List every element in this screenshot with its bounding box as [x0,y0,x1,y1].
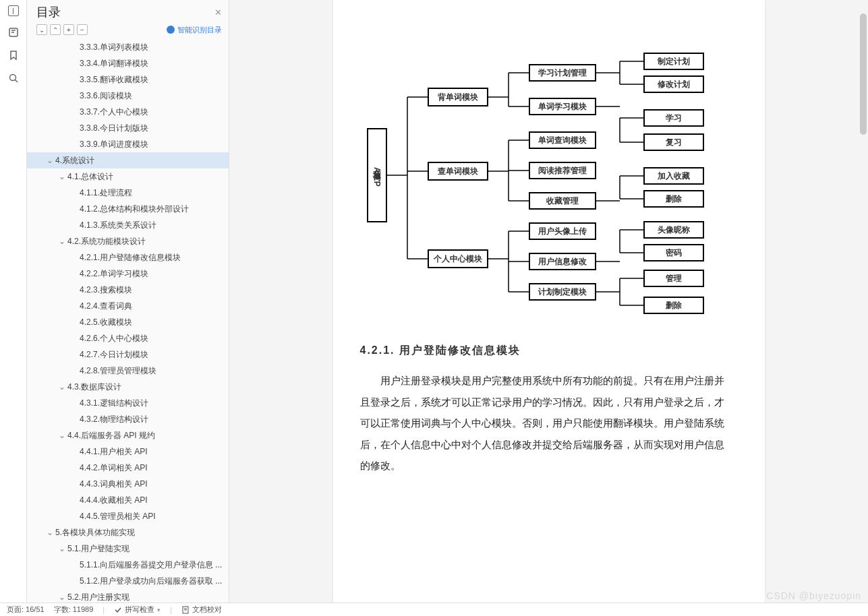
toc-item[interactable]: 3.3.4.单词翻译模块 [27,55,229,71]
toc-item[interactable]: 4.4.5.管理员相关 API [27,508,229,524]
chevron-down-icon[interactable]: ⌄ [46,526,54,538]
diagram-node: 密码 [643,244,704,261]
document-viewport[interactable]: 背单词APP背单词模块查单词模块个人中心模块学习计划管理单词学习模块单词查询模块… [229,0,868,603]
svg-point-1 [9,75,16,81]
collapse-all-btn[interactable]: ⌄ [36,24,47,35]
diagram-node: 删除 [643,297,704,314]
toc-label: 4.系统设计 [55,156,94,165]
toc-label: 3.3.9.单词进度模块 [80,140,148,149]
toc-item[interactable]: 3.3.6.阅读模块 [27,88,229,104]
toc-label: 4.4.5.管理员相关 API [80,512,156,521]
toc-item[interactable]: 4.3.2.物理结构设计 [27,411,229,427]
toc-item[interactable]: 4.1.2.总体结构和模块外部设计 [27,201,229,217]
toc-label: 4.1.3.系统类关系设计 [80,220,156,230]
scrollbar-track[interactable] [859,0,868,603]
toc-item[interactable]: 4.2.4.查看词典 [27,298,229,314]
toc-item[interactable]: 4.2.6.个人中心模块 [27,330,229,346]
toc-item[interactable]: 4.4.4.收藏相关 API [27,492,229,508]
toc-item[interactable]: ⌄4.4.后端服务器 API 规约 [27,427,229,443]
toc-item[interactable]: ⌄4.1.总体设计 [27,168,229,185]
icon-rail [0,0,27,603]
chevron-down-icon[interactable]: ⌄ [58,381,66,393]
toc-item[interactable]: 4.2.2.单词学习模块 [27,266,229,282]
toc-label: 5.2.用户注册实现 [67,592,129,602]
status-spellcheck[interactable]: 拼写检查 ▾ [114,605,161,615]
smart-recognition-link[interactable]: 智能识别目录 [167,25,222,35]
scrollbar-thumb[interactable] [860,13,867,135]
doc-icon [181,606,190,614]
toc-label: 5.1.1.向后端服务器提交用户登录信息 ... [80,560,222,569]
bookmark-icon[interactable] [7,49,20,62]
chevron-down-icon[interactable]: ⌄ [58,591,66,603]
diagram-node: 修改计划 [643,75,704,93]
remove-btn[interactable]: − [77,24,88,35]
toc-item[interactable]: 3.3.7.个人中心模块 [27,104,229,120]
toc-item[interactable]: 3.3.5.翻译收藏模块 [27,71,229,88]
toc-item[interactable]: ⌄4.2.系统功能模块设计 [27,233,229,249]
diagram-node: 用户头像上传 [529,222,596,240]
diagram-node: 背单词APP [367,128,387,222]
toc-item[interactable]: ⌄4.系统设计 [27,152,229,168]
toc-label: 5.1.2.用户登录成功向后端服务器获取 ... [80,576,222,586]
toc-item[interactable]: 4.3.1.逻辑结构设计 [27,395,229,411]
toc-item[interactable]: 4.4.1.用户相关 API [27,443,229,460]
toc-item[interactable]: ⌄5.2.用户注册实现 [27,589,229,603]
task-icon[interactable] [7,26,20,39]
toc-item[interactable]: 5.1.1.向后端服务器提交用户登录信息 ... [27,557,229,573]
watermark: CSDN @biyezuopin [766,590,861,601]
toc-item[interactable]: 4.4.3.词典相关 API [27,476,229,492]
toc-item[interactable]: 4.2.3.搜索模块 [27,282,229,298]
toc-item[interactable]: 4.1.3.系统类关系设计 [27,217,229,233]
status-wordcount[interactable]: 字数: 11989 [54,605,94,615]
toc-label: 4.3.1.逻辑结构设计 [80,398,148,408]
diagram-node: 学习计划管理 [529,64,596,82]
toc-item[interactable]: 4.2.5.收藏模块 [27,314,229,330]
diagram-node: 单词查询模块 [529,131,596,149]
svg-line-2 [15,80,18,83]
toc-item[interactable]: 3.3.8.今日计划版块 [27,120,229,136]
status-bar: 页面: 16/51 字数: 11989 | 拼写检查 ▾ | 文档校对 [0,603,868,616]
diagram-node: 删除 [643,190,704,208]
toc-item[interactable]: 3.3.3.单词列表模块 [27,39,229,55]
sidebar: 目录 ✕ ⌄ ⌃ + − 智能识别目录 3.3.3.单词列表模块3.3.4.单词… [27,0,229,603]
outline-icon[interactable] [8,5,19,16]
status-proofread[interactable]: 文档校对 [181,605,222,615]
toc-item[interactable]: 4.2.1.用户登陆修改信息模块 [27,249,229,266]
table-of-contents[interactable]: 3.3.3.单词列表模块3.3.4.单词翻译模块3.3.5.翻译收藏模块3.3.… [27,39,229,603]
check-icon [114,606,122,614]
toc-item[interactable]: 4.4.2.单词相关 API [27,460,229,476]
diagram-node: 阅读推荐管理 [529,162,596,179]
toc-item[interactable]: ⌄4.3.数据库设计 [27,379,229,395]
toc-item[interactable]: 4.1.1.处理流程 [27,185,229,201]
chevron-down-icon[interactable]: ⌄ [58,543,66,555]
toc-item[interactable]: ⌄5.各模块具体功能实现 [27,524,229,541]
toc-label: 4.2.3.搜索模块 [80,285,132,295]
chevron-down-icon[interactable]: ⌄ [58,171,66,183]
toc-label: 5.1.用户登陆实现 [67,544,129,553]
toc-label: 3.3.5.翻译收藏模块 [80,75,148,84]
diagram-node: 计划制定模块 [529,283,596,301]
status-page[interactable]: 页面: 16/51 [7,605,45,615]
toc-item[interactable]: 5.1.2.用户登录成功向后端服务器获取 ... [27,573,229,589]
toc-label: 4.2.4.查看词典 [80,301,132,311]
toc-item[interactable]: 3.3.9.单词进度模块 [27,136,229,152]
toc-label: 4.2.1.用户登陆修改信息模块 [80,253,181,262]
diagram-node: 管理 [643,270,704,287]
toc-tool-buttons: ⌄ ⌃ + − [36,24,88,35]
add-btn[interactable]: + [63,24,74,35]
close-icon[interactable]: ✕ [214,7,222,18]
toc-item[interactable]: ⌄5.1.用户登陆实现 [27,541,229,557]
toc-label: 3.3.6.阅读模块 [80,91,132,100]
toc-label: 4.4.1.用户相关 API [80,447,148,456]
chevron-down-icon[interactable]: ⌄ [46,154,54,166]
chevron-down-icon[interactable]: ⌄ [58,429,66,441]
toc-item[interactable]: 4.2.7.今日计划模块 [27,346,229,363]
toc-label: 4.1.2.总体结构和模块外部设计 [80,204,189,214]
smart-recognition-label: 智能识别目录 [177,25,222,35]
search-icon[interactable] [7,71,20,85]
diagram-node: 加入收藏 [643,167,704,185]
expand-all-btn[interactable]: ⌃ [50,24,61,35]
toc-item[interactable]: 4.2.8.管理员管理模块 [27,363,229,379]
toc-label: 4.1.总体设计 [67,172,113,181]
chevron-down-icon[interactable]: ⌄ [58,235,66,247]
